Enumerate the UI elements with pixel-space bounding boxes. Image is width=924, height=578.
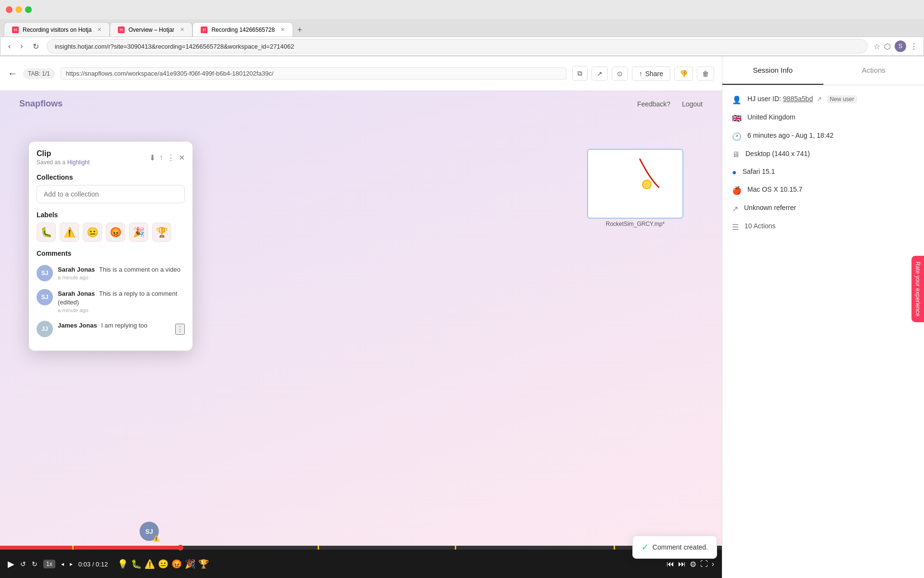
label-bug-button[interactable]: 🐛: [37, 223, 56, 242]
url-bar[interactable]: insights.hotjar.com/r?site=3090413&recor…: [47, 39, 868, 53]
timeline-marker-1: [72, 546, 74, 550]
back-to-recordings-button[interactable]: ←: [8, 68, 17, 79]
open-external-button[interactable]: ↗: [591, 66, 608, 81]
hj-user-id-link[interactable]: 9885a5bd: [783, 95, 813, 103]
target-button[interactable]: ⊙: [612, 66, 628, 81]
collections-title: Collections: [37, 173, 185, 181]
tab-session-info[interactable]: Session Info: [722, 56, 823, 85]
tab-label-hotjar-recording-visitors: Recording visitors on Hotjar (..): [23, 26, 91, 33]
comment-more-button-3[interactable]: ⋮: [175, 324, 185, 335]
share-label: Share: [645, 70, 663, 78]
rate-experience-tab[interactable]: Rate your experience: [911, 256, 924, 322]
player-neutral-emoji[interactable]: 😐: [158, 559, 168, 569]
player-light-bulb-icon[interactable]: 💡: [117, 559, 128, 569]
tab-label-recording: Recording 14266565728: [211, 26, 274, 33]
close-window-button[interactable]: [6, 6, 13, 13]
player-bug-emoji[interactable]: 🐛: [131, 559, 141, 569]
speed-button[interactable]: 1x: [43, 560, 55, 568]
speed-down-button[interactable]: ◂: [61, 561, 64, 567]
timeline-container[interactable]: [0, 546, 722, 550]
referrer-icon: ↗: [732, 204, 738, 213]
player-fullscreen-button[interactable]: ⛶: [700, 560, 708, 568]
time-row: 🕐 6 minutes ago - Aug 1, 18:42: [732, 131, 914, 141]
tab-hotjar-recording-visitors[interactable]: H Recording visitors on Hotjar (..) ✕: [4, 22, 110, 37]
device-row: 🖥 Desktop (1440 x 741): [732, 150, 914, 159]
bookmark-icon[interactable]: ☆: [873, 42, 880, 51]
highlight-link[interactable]: Highlight: [67, 159, 90, 166]
skip-forward-button[interactable]: ↻: [32, 560, 38, 568]
tab-favicon-hotjar-recording-visitors: H: [12, 26, 19, 33]
player-angry-emoji[interactable]: 😡: [171, 559, 182, 569]
back-button[interactable]: ‹: [6, 40, 13, 53]
label-neutral-button[interactable]: 😐: [83, 223, 102, 242]
feedback-link[interactable]: Feedback?: [637, 100, 670, 108]
clip-share-button[interactable]: ↑: [159, 153, 163, 162]
forward-button[interactable]: ›: [18, 40, 25, 53]
actions-link[interactable]: 10 Actions: [744, 222, 776, 230]
extensions-icon[interactable]: ⬡: [884, 42, 891, 51]
main-layout: ← TAB: 1/1 https://snapflows.com/workspa…: [0, 56, 924, 578]
profile-icon[interactable]: S: [895, 40, 906, 52]
cursor-warning-icon: ⚠️: [153, 535, 160, 542]
player-celebrate-emoji[interactable]: 🎉: [185, 559, 195, 569]
label-trophy-button[interactable]: 🏆: [152, 223, 171, 242]
minimize-window-button[interactable]: [15, 6, 22, 13]
actions-row: ☰ 10 Actions: [732, 222, 914, 232]
timeline-marker-2: [318, 546, 319, 550]
clock-icon: 🕐: [732, 132, 742, 141]
label-warning-button[interactable]: ⚠️: [60, 223, 79, 242]
snapflows-nav-links: Feedback? Logout: [637, 100, 703, 108]
avatar-sarah-jonas-2: SJ: [37, 289, 53, 305]
label-angry-button[interactable]: 😡: [106, 223, 125, 242]
new-tab-button[interactable]: +: [293, 23, 307, 37]
player-settings-button[interactable]: ⚙: [690, 560, 696, 569]
copy-url-button[interactable]: ⧉: [572, 66, 588, 81]
comment-text-1: This is a comment on a video: [99, 266, 180, 273]
comment-item-3: JJ James Jonas I am replying too ⋮: [37, 317, 185, 341]
comment-time-2: a minute ago: [58, 307, 185, 313]
thumbs-down-button[interactable]: 👎: [674, 66, 693, 81]
share-button[interactable]: ↑ Share: [632, 66, 670, 81]
player-skip-start-button[interactable]: ⏮: [667, 560, 674, 568]
skip-back-button[interactable]: ↺: [20, 560, 26, 568]
labels-row: 🐛 ⚠️ 😐 😡 🎉 🏆: [37, 223, 185, 242]
player-area: ← TAB: 1/1 https://snapflows.com/workspa…: [0, 56, 722, 578]
comment-item-1: SJ Sarah Jonas This is a comment on a vi…: [37, 261, 185, 285]
browser-row: ● Safari 15.1: [732, 168, 914, 177]
clip-close-button[interactable]: ✕: [179, 153, 185, 162]
logout-link[interactable]: Logout: [682, 100, 703, 108]
recording-header: ← TAB: 1/1 https://snapflows.com/workspa…: [0, 56, 722, 91]
clip-more-button[interactable]: ⋮: [167, 153, 175, 162]
play-button[interactable]: ▶: [8, 559, 14, 569]
browser-menu-icon[interactable]: ⋮: [910, 42, 918, 51]
label-celebrate-button[interactable]: 🎉: [129, 223, 148, 242]
player-skip-end-button[interactable]: ⏭: [678, 560, 686, 568]
os-icon: 🍎: [732, 186, 742, 195]
tab-close-recording[interactable]: ✕: [281, 26, 285, 33]
player-right-arrow[interactable]: ›: [712, 560, 714, 568]
collection-input[interactable]: [37, 185, 185, 203]
comment-author-2: Sarah Jonas: [58, 290, 95, 297]
tab-recording[interactable]: H Recording 14266565728 ✕: [192, 22, 293, 37]
speed-up-button[interactable]: ▸: [70, 561, 73, 567]
tab-overview-hotjar[interactable]: H Overview – Hotjar ✕: [110, 22, 192, 37]
delete-button[interactable]: 🗑: [697, 66, 714, 81]
maximize-window-button[interactable]: [25, 6, 32, 13]
clip-download-button[interactable]: ⬇: [149, 153, 155, 162]
recording-url: https://snapflows.com/workspace/a41e9305…: [61, 67, 566, 79]
tab-close-overview[interactable]: ✕: [180, 26, 184, 33]
timeline-thumb[interactable]: [178, 545, 183, 551]
video-card-label: RocketSim_GRCY.mp*: [587, 221, 683, 227]
video-annotation-svg: [588, 150, 682, 218]
player-warning-emoji[interactable]: ⚠️: [144, 559, 155, 569]
country-row: 🇬🇧 United Kingdom: [732, 113, 914, 123]
browser-frame: H Recording visitors on Hotjar (..) ✕ H …: [0, 0, 924, 56]
actions-count[interactable]: 10 Actions: [744, 222, 776, 230]
tab-close-hotjar-recording-visitors[interactable]: ✕: [97, 26, 102, 33]
comment-author-3: James Jonas: [58, 322, 97, 329]
tab-actions[interactable]: Actions: [823, 56, 924, 85]
os-row: 🍎 Mac OS X 10.15.7: [732, 185, 914, 195]
tab-indicator: TAB: 1/1: [23, 68, 55, 79]
reload-button[interactable]: ↻: [31, 40, 41, 53]
player-trophy-emoji[interactable]: 🏆: [198, 559, 209, 569]
